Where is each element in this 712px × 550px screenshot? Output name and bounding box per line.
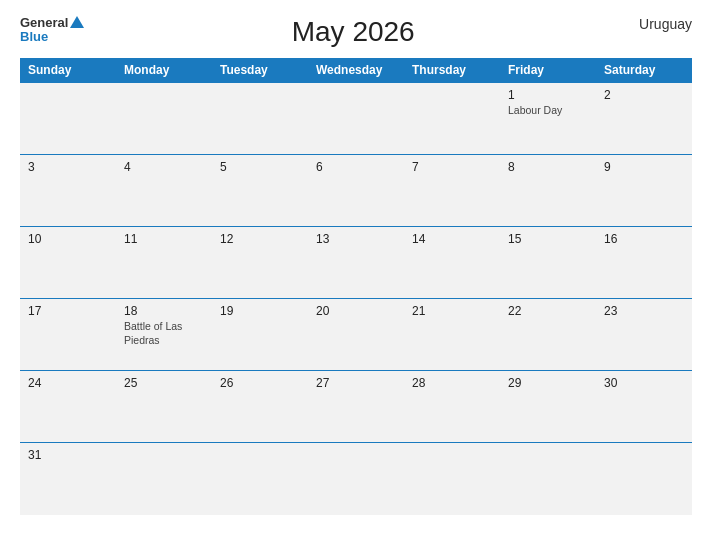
day-number: 14 [412,232,492,246]
logo-triangle-icon [70,16,84,28]
header-saturday: Saturday [596,58,692,83]
calendar-cell: 26 [212,371,308,443]
day-number: 6 [316,160,396,174]
day-number: 26 [220,376,300,390]
calendar-cell [404,83,500,155]
calendar-page: General Blue May 2026 Uruguay Sunday Mon… [0,0,712,550]
calendar-cell: 2 [596,83,692,155]
day-number: 15 [508,232,588,246]
calendar-cell: 27 [308,371,404,443]
day-number: 21 [412,304,492,318]
calendar-cell [212,443,308,515]
calendar-cell: 5 [212,155,308,227]
calendar-row: 10111213141516 [20,227,692,299]
day-number: 30 [604,376,684,390]
day-number: 27 [316,376,396,390]
day-number: 22 [508,304,588,318]
calendar-cell: 31 [20,443,116,515]
day-number: 11 [124,232,204,246]
calendar-cell: 23 [596,299,692,371]
header-friday: Friday [500,58,596,83]
day-number: 4 [124,160,204,174]
header: General Blue May 2026 Uruguay [20,16,692,48]
calendar-cell: 13 [308,227,404,299]
logo: General Blue [20,16,84,45]
calendar-cell: 30 [596,371,692,443]
day-number: 23 [604,304,684,318]
calendar-cell: 18Battle of Las Piedras [116,299,212,371]
calendar-cell: 28 [404,371,500,443]
calendar-row: 24252627282930 [20,371,692,443]
calendar-cell: 12 [212,227,308,299]
header-wednesday: Wednesday [308,58,404,83]
calendar-row: 1718Battle of Las Piedras1920212223 [20,299,692,371]
header-tuesday: Tuesday [212,58,308,83]
day-number: 28 [412,376,492,390]
day-number: 8 [508,160,588,174]
calendar-row: 3456789 [20,155,692,227]
day-number: 29 [508,376,588,390]
day-number: 17 [28,304,108,318]
day-number: 7 [412,160,492,174]
day-number: 10 [28,232,108,246]
calendar-cell: 19 [212,299,308,371]
calendar-cell: 6 [308,155,404,227]
calendar-cell: 29 [500,371,596,443]
calendar-cell [308,83,404,155]
day-number: 16 [604,232,684,246]
calendar-row: 31 [20,443,692,515]
calendar-cell: 8 [500,155,596,227]
calendar-cell: 4 [116,155,212,227]
calendar-cell [308,443,404,515]
logo-blue-text: Blue [20,30,48,44]
calendar-cell: 9 [596,155,692,227]
day-number: 18 [124,304,204,318]
calendar-cell: 20 [308,299,404,371]
calendar-cell: 1Labour Day [500,83,596,155]
day-number: 20 [316,304,396,318]
calendar-cell: 10 [20,227,116,299]
calendar-cell: 11 [116,227,212,299]
day-number: 9 [604,160,684,174]
logo-general-text: General [20,16,84,30]
calendar-cell: 15 [500,227,596,299]
header-thursday: Thursday [404,58,500,83]
day-number: 5 [220,160,300,174]
calendar-cell [116,443,212,515]
calendar-cell [212,83,308,155]
day-number: 24 [28,376,108,390]
day-number: 1 [508,88,588,102]
calendar-cell: 21 [404,299,500,371]
day-number: 25 [124,376,204,390]
day-number: 2 [604,88,684,102]
day-number: 12 [220,232,300,246]
header-monday: Monday [116,58,212,83]
calendar-cell [500,443,596,515]
calendar-cell: 25 [116,371,212,443]
header-sunday: Sunday [20,58,116,83]
month-title: May 2026 [84,16,622,48]
calendar-cell: 16 [596,227,692,299]
day-number: 19 [220,304,300,318]
calendar-row: 1Labour Day2 [20,83,692,155]
holiday-label: Labour Day [508,104,588,118]
day-number: 13 [316,232,396,246]
holiday-label: Battle of Las Piedras [124,320,204,347]
calendar-cell [404,443,500,515]
weekday-header-row: Sunday Monday Tuesday Wednesday Thursday… [20,58,692,83]
calendar-cell: 24 [20,371,116,443]
calendar-cell [116,83,212,155]
country-label: Uruguay [622,16,692,32]
calendar-cell: 14 [404,227,500,299]
calendar-cell [596,443,692,515]
calendar-table: Sunday Monday Tuesday Wednesday Thursday… [20,58,692,515]
calendar-cell [20,83,116,155]
day-number: 31 [28,448,108,462]
calendar-cell: 17 [20,299,116,371]
day-number: 3 [28,160,108,174]
calendar-cell: 22 [500,299,596,371]
calendar-cell: 7 [404,155,500,227]
calendar-cell: 3 [20,155,116,227]
